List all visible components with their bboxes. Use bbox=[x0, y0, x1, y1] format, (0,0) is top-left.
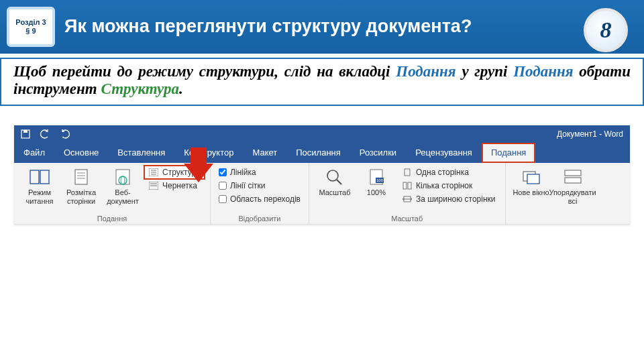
svg-rect-9 bbox=[116, 170, 129, 184]
group-show-label: Відобразити bbox=[217, 213, 302, 223]
magnifier-icon bbox=[323, 167, 346, 187]
tab-references[interactable]: Посилання bbox=[286, 143, 350, 163]
svg-point-19 bbox=[327, 170, 338, 181]
slide-title: Як можна переглянути структуру документа… bbox=[64, 16, 644, 37]
new-window-button[interactable]: Нове вікно bbox=[513, 166, 550, 197]
multi-page-icon bbox=[402, 181, 413, 190]
arrange-all-button[interactable]: Упорядкувати всі bbox=[554, 166, 592, 205]
redo-icon[interactable] bbox=[60, 129, 70, 139]
group-window: Нове вікно Упорядкувати всі bbox=[506, 163, 598, 224]
tab-home[interactable]: Основне bbox=[54, 143, 108, 163]
chapter-badge: Розділ 3 § 9 bbox=[7, 7, 55, 47]
svg-rect-3 bbox=[30, 170, 39, 184]
svg-rect-26 bbox=[408, 182, 411, 189]
outline-icon bbox=[148, 168, 159, 177]
draft-icon bbox=[148, 181, 159, 190]
globe-icon bbox=[111, 167, 134, 187]
svg-rect-31 bbox=[565, 170, 581, 176]
group-views-label: Подання bbox=[21, 213, 203, 223]
zoom-button[interactable]: Масштаб bbox=[316, 166, 354, 197]
group-zoom-label: Масштаб bbox=[316, 213, 498, 223]
word-document-title: Документ1 - Word bbox=[557, 129, 623, 139]
grade-number: 8 bbox=[600, 17, 612, 43]
svg-rect-5 bbox=[75, 170, 87, 184]
svg-rect-24 bbox=[405, 169, 410, 176]
gridlines-checkbox[interactable]: Лінії сітки bbox=[217, 180, 302, 191]
tab-mailings[interactable]: Розсилки bbox=[350, 143, 406, 163]
svg-text:100: 100 bbox=[376, 178, 384, 182]
book-icon bbox=[28, 167, 51, 187]
svg-rect-30 bbox=[527, 174, 539, 184]
slide-title-bar: Розділ 3 § 9 Як можна переглянути структ… bbox=[0, 0, 644, 54]
svg-rect-2 bbox=[23, 130, 28, 133]
outline-view-button[interactable]: Структура bbox=[146, 167, 203, 178]
word-titlebar: Документ1 - Word bbox=[14, 125, 630, 143]
ruler-checkbox[interactable]: Лінійка bbox=[217, 167, 302, 178]
tab-design[interactable]: Конструктор bbox=[174, 143, 243, 163]
one-page-icon bbox=[402, 168, 413, 177]
tab-view[interactable]: Подання bbox=[482, 143, 536, 163]
save-icon[interactable] bbox=[21, 129, 30, 139]
undo-icon[interactable] bbox=[40, 129, 50, 139]
group-show: Лінійка Лінії сітки Область переходів Ві… bbox=[211, 163, 309, 224]
svg-line-20 bbox=[337, 180, 341, 184]
page-100-icon: 100 bbox=[365, 167, 388, 187]
group-zoom: Масштаб 100 100% Одна сторінка Кілька ст… bbox=[309, 163, 506, 224]
group-views: Режим читання Розмітка сторінки Веб-доку… bbox=[14, 163, 211, 224]
page-icon bbox=[70, 167, 93, 187]
new-window-icon bbox=[520, 167, 543, 187]
zoom-100-button[interactable]: 100 100% bbox=[358, 166, 395, 197]
section-label: § 9 bbox=[25, 27, 36, 36]
print-layout-button[interactable]: Розмітка сторінки bbox=[62, 166, 100, 205]
ribbon: Режим читання Розмітка сторінки Веб-доку… bbox=[14, 163, 630, 225]
one-page-button[interactable]: Одна сторінка bbox=[399, 167, 498, 178]
chapter-label: Розділ 3 bbox=[15, 18, 46, 27]
word-window: Документ1 - Word Файл Основне Вставлення… bbox=[13, 125, 631, 225]
page-width-icon bbox=[402, 194, 413, 204]
tab-layout[interactable]: Макет bbox=[243, 143, 286, 163]
grade-badge: 8 bbox=[584, 8, 628, 52]
page-width-button[interactable]: За шириною сторінки bbox=[399, 194, 498, 204]
draft-view-button[interactable]: Чернетка bbox=[146, 180, 203, 191]
tab-review[interactable]: Рецензування bbox=[406, 143, 482, 163]
tab-insert[interactable]: Вставлення bbox=[108, 143, 174, 163]
multi-page-button[interactable]: Кілька сторінок bbox=[399, 180, 498, 191]
svg-rect-32 bbox=[565, 178, 581, 183]
ribbon-tabs: Файл Основне Вставлення Конструктор Маке… bbox=[14, 143, 630, 163]
read-mode-button[interactable]: Режим читання bbox=[21, 166, 58, 205]
svg-rect-25 bbox=[403, 182, 407, 189]
quick-access-toolbar bbox=[21, 129, 70, 139]
tab-file[interactable]: Файл bbox=[14, 143, 54, 163]
explanation-text: Щоб перейти до режиму структури, слід на… bbox=[0, 58, 644, 106]
svg-rect-4 bbox=[40, 170, 49, 184]
navpane-checkbox[interactable]: Область переходів bbox=[217, 194, 302, 204]
web-layout-button[interactable]: Веб-документ bbox=[104, 166, 142, 205]
arrange-icon bbox=[561, 167, 584, 187]
